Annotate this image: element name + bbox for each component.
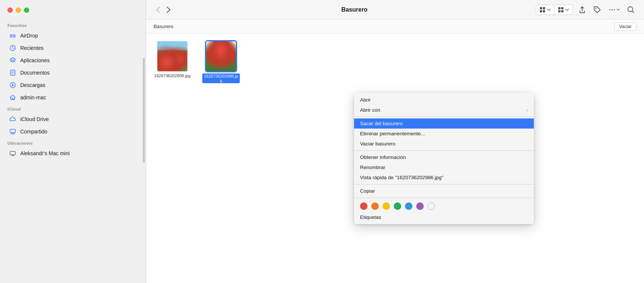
svg-rect-11	[561, 7, 563, 9]
grid-view-button[interactable]	[536, 5, 554, 15]
tag-button[interactable]	[592, 4, 603, 15]
documentos-icon	[9, 69, 16, 76]
svg-point-17	[614, 9, 615, 10]
toolbar: Basurero	[146, 0, 644, 19]
color-green[interactable]	[394, 202, 401, 210]
file-name-1: 1620736202908.jpg	[154, 73, 190, 78]
svg-rect-9	[543, 10, 545, 12]
sidebar-item-aplicaciones[interactable]: Aplicaciones	[3, 54, 143, 66]
sidebar-item-label: Recientes	[20, 45, 43, 51]
home-icon	[9, 94, 16, 101]
svg-rect-4	[10, 129, 15, 133]
minimize-button[interactable]	[16, 7, 21, 13]
sidebar-item-label: admin-mac	[20, 94, 46, 100]
svg-rect-10	[558, 7, 560, 9]
ctx-abrir[interactable]: Abrir	[354, 95, 534, 105]
ctx-eliminar-label: Eliminar permanentemente...	[360, 131, 425, 136]
sidebar-item-icloud-drive[interactable]: iCloud Drive	[3, 113, 143, 125]
color-gray[interactable]	[427, 202, 435, 210]
aplicaciones-icon	[9, 57, 16, 64]
file-item-2[interactable]: 1620736202986.jpg	[202, 41, 240, 83]
file-thumbnail-2	[206, 41, 236, 71]
forward-button[interactable]	[164, 5, 173, 15]
svg-point-15	[610, 9, 611, 10]
color-red[interactable]	[360, 202, 368, 210]
thumbnail-image-2	[206, 41, 236, 71]
ctx-info[interactable]: Obtener información	[354, 152, 534, 162]
ctx-sacar-label: Sacar del basurero	[360, 121, 403, 126]
ctx-vista-rapida[interactable]: Vista rápida de "1620736202986.jpg"	[354, 172, 534, 183]
file-item-1[interactable]: 1620736202908.jpg	[154, 41, 191, 78]
color-purple[interactable]	[416, 202, 424, 210]
context-menu: Abrir Abrir con › Sacar del basurero Eli…	[354, 93, 534, 224]
sidebar-item-label: Documentos	[20, 70, 50, 76]
svg-point-14	[595, 8, 596, 9]
close-button[interactable]	[7, 7, 13, 13]
icloud-label: iCloud	[0, 104, 146, 113]
sidebar-item-descargas[interactable]: Descargas	[3, 79, 143, 91]
vaciar-button[interactable]: Vaciar	[614, 22, 637, 31]
compartido-icon	[9, 128, 16, 135]
file-area: 1620736202908.jpg 1620736202986.jpg Abri…	[146, 34, 644, 283]
color-blue[interactable]	[405, 202, 412, 210]
ctx-sacar[interactable]: Sacar del basurero	[354, 118, 534, 129]
sidebar-item-documentos[interactable]: Documentos	[3, 67, 143, 79]
computer-icon	[9, 150, 16, 157]
ctx-info-label: Obtener información	[360, 154, 406, 160]
svg-rect-6	[540, 7, 542, 9]
ctx-abrir-con-label: Abrir con	[360, 107, 380, 113]
sidebar-item-label: Aleksandr's Mac mini	[20, 150, 70, 156]
descargas-icon	[9, 81, 16, 89]
share-button[interactable]	[577, 4, 588, 15]
ctx-etiquetas[interactable]: Etiquetas	[354, 213, 534, 222]
ctx-separator-4	[354, 198, 534, 198]
sidebar-item-recientes[interactable]: Recientes	[3, 42, 143, 54]
sidebar-scrollbar[interactable]	[143, 58, 145, 163]
svg-rect-8	[540, 10, 542, 12]
search-button[interactable]	[625, 4, 637, 15]
ctx-renombrar[interactable]: Renombrar	[354, 162, 534, 172]
svg-point-0	[12, 34, 14, 37]
breadcrumb: Basurero	[154, 24, 173, 29]
ctx-vista-rapida-label: Vista rápida de "1620736202986.jpg"	[360, 175, 444, 180]
svg-rect-13	[561, 10, 563, 12]
ctx-separator-2	[354, 150, 534, 151]
ctx-eliminar[interactable]: Eliminar permanentemente...	[354, 129, 534, 139]
svg-point-16	[612, 9, 613, 10]
main-content: Basurero	[146, 0, 644, 283]
color-yellow[interactable]	[383, 202, 390, 210]
svg-rect-12	[558, 10, 560, 12]
sidebar-item-compartido[interactable]: Compartido	[3, 126, 143, 138]
chevron-right-icon: ›	[526, 108, 528, 113]
airdrop-icon	[9, 32, 16, 39]
sidebar-item-mac-mini[interactable]: Aleksandr's Mac mini	[3, 147, 143, 159]
maximize-button[interactable]	[24, 7, 29, 13]
sidebar-item-airdrop[interactable]: AirDrop	[3, 30, 143, 42]
sidebar-inner: Favoritos AirDrop Re	[0, 20, 146, 283]
sidebar-item-label: AirDrop	[20, 33, 38, 39]
sidebar-item-admin-mac[interactable]: admin-mac	[3, 91, 143, 103]
ctx-colors	[354, 199, 534, 213]
toolbar-right	[536, 4, 637, 15]
ctx-renombrar-label: Renombrar	[360, 165, 386, 170]
ctx-abrir-con[interactable]: Abrir con ›	[354, 105, 534, 115]
ctx-separator-3	[354, 184, 534, 184]
favorites-label: Favoritos	[0, 20, 146, 29]
file-thumbnail-1	[157, 41, 187, 71]
ctx-copiar[interactable]: Copiar	[354, 186, 534, 196]
window-controls	[0, 7, 146, 20]
thumbnail-image-1	[157, 41, 187, 71]
svg-rect-7	[543, 7, 545, 9]
ctx-vaciar[interactable]: Vaciar basurero	[354, 139, 534, 149]
sidebar-item-label: iCloud Drive	[20, 116, 49, 122]
list-view-button[interactable]	[554, 5, 572, 15]
toolbar-nav	[154, 5, 173, 15]
svg-rect-5	[10, 151, 15, 155]
breadcrumb-bar: Basurero Vaciar	[146, 19, 644, 34]
color-orange[interactable]	[371, 202, 379, 210]
ubicaciones-label: Ubicaciones	[0, 138, 146, 147]
back-button[interactable]	[154, 5, 163, 15]
icloud-icon	[9, 115, 16, 123]
sidebar: Favoritos AirDrop Re	[0, 0, 146, 283]
more-button[interactable]	[607, 4, 622, 15]
